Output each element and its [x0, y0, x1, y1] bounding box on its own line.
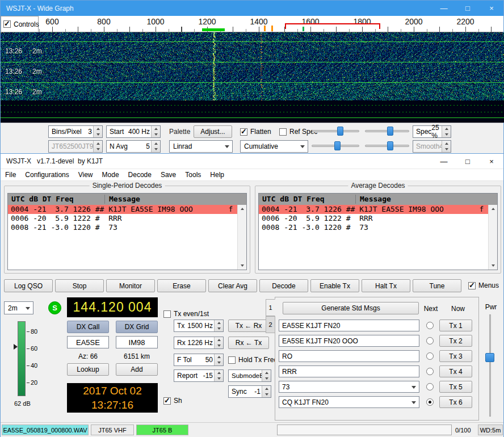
tx-msg-radio[interactable] — [426, 368, 434, 375]
menu-decode[interactable]: Decode — [124, 169, 156, 180]
slider-handle[interactable] — [337, 127, 343, 136]
accumulation-combobox[interactable]: Cumulative — [240, 140, 308, 153]
spinbox-arrows-icon[interactable] — [262, 386, 271, 397]
tx-msg-field-3[interactable]: RO — [279, 350, 419, 362]
tx-msg-radio[interactable] — [426, 322, 434, 329]
menu-configurations[interactable]: Configurations — [20, 169, 73, 180]
main-titlebar[interactable]: WSJT-X v1.7.1-devel by K1JT — □ × — [1, 154, 503, 169]
minimize-icon[interactable]: — — [432, 154, 456, 169]
tx-msg-radio[interactable] — [426, 383, 434, 390]
erase-button[interactable]: Erase — [157, 279, 206, 292]
spinbox-arrows-icon[interactable] — [151, 126, 160, 137]
slider-handle[interactable] — [485, 353, 494, 362]
menu-save[interactable]: Save — [156, 169, 180, 180]
scrollbar[interactable] — [488, 205, 497, 270]
decode-row[interactable]: 0008 -21 -3.0 1220 # 73 — [8, 223, 237, 232]
minimize-icon[interactable]: — — [432, 1, 456, 16]
maximize-icon[interactable]: □ — [456, 154, 480, 169]
add-button[interactable]: Add — [116, 363, 158, 376]
tx-4-button[interactable]: Tx 4 — [439, 365, 472, 377]
close-icon[interactable]: × — [480, 1, 503, 16]
tx-msg-combo-6[interactable]: CQ K1JT FN20 — [279, 396, 419, 408]
tx-msg-field-1[interactable]: EA5SE K1JT FN20 — [279, 320, 419, 331]
dx-call-field[interactable]: EA5SE — [67, 336, 109, 348]
decode-row[interactable]: 0006 -20 5.9 1222 # RRR — [259, 214, 488, 223]
spinbox-arrows-icon[interactable] — [93, 126, 102, 137]
tx-msg-field-4[interactable]: RRR — [279, 365, 419, 377]
enable-tx-button[interactable]: Enable Tx — [310, 279, 359, 292]
tx-freq-spinbox[interactable]: Tx 1500 Hz — [174, 320, 224, 332]
menu-mode[interactable]: Mode — [98, 169, 124, 180]
generate-std-msgs-button[interactable]: Generate Std Msgs — [283, 302, 419, 314]
spinbox-arrows-icon[interactable] — [214, 370, 223, 381]
waterfall-canvas[interactable] — [1, 32, 504, 123]
spinbox-arrows-icon[interactable] — [262, 370, 271, 381]
decode-row[interactable]: 0008 -21 -3.0 1220 # 73 — [259, 223, 488, 232]
waterfall-gain-slider[interactable] — [312, 125, 359, 137]
band-combobox[interactable]: 2m — [4, 301, 33, 314]
hold-tx-freq-checkbox[interactable]: Hold Tx Freq — [228, 356, 278, 364]
tx-msg-radio[interactable] — [426, 337, 434, 344]
tx-msg-combo-5[interactable]: 73 — [279, 381, 419, 393]
clear-avg-button[interactable]: Clear Avg — [208, 279, 257, 292]
spinbox-arrows-icon[interactable] — [214, 354, 223, 365]
spinbox-arrows-icon[interactable] — [151, 141, 160, 152]
pwr-slider[interactable] — [485, 314, 494, 417]
maximize-icon[interactable]: □ — [456, 1, 480, 16]
adjust-palette-button[interactable]: Adjust... — [194, 125, 232, 138]
tx-5-button[interactable]: Tx 5 — [439, 381, 472, 393]
frequency-ruler[interactable]: 600 800 1000 1200 1400 1600 1800 2000 22… — [1, 16, 503, 32]
log-qso-button[interactable]: Log QSO — [4, 279, 53, 292]
slider-handle[interactable] — [387, 141, 393, 150]
tx-1-button[interactable]: Tx 1 — [439, 320, 472, 331]
dx-grid-field[interactable]: IM98 — [116, 336, 158, 348]
palette-combobox[interactable]: Linrad — [169, 140, 233, 153]
n-avg-spinbox[interactable]: N Avg 5 — [106, 140, 161, 153]
report-spinbox[interactable]: Report -15 — [174, 369, 224, 382]
tx-3-button[interactable]: Tx 3 — [439, 350, 472, 362]
single-decodes-list[interactable]: 0004 -21 3.7 1226 ## K1JT EA5SE IM98 OOO… — [8, 205, 237, 270]
close-icon[interactable]: × — [480, 154, 503, 169]
controls-checkbox[interactable]: Controls — [3, 20, 39, 28]
tune-button[interactable]: Tune — [413, 279, 461, 292]
spinbox-arrows-icon[interactable] — [214, 337, 223, 348]
tx-6-button[interactable]: Tx 6 — [439, 396, 472, 408]
tx-msg-field-2[interactable]: EA5SE K1JT FN20 OOO — [279, 335, 419, 347]
decode-row[interactable]: 0004 -21 3.7 1226 ## K1JT EA5SE IM98 OOO… — [259, 205, 488, 214]
stop-button[interactable]: Stop — [55, 279, 104, 292]
lookup-button[interactable]: Lookup — [67, 363, 109, 376]
scroll-up-icon[interactable] — [238, 205, 246, 213]
decode-row[interactable]: 0004 -21 3.7 1226 ## K1JT EA5SE IM98 OOO… — [8, 205, 237, 214]
bins-pixel-spinbox[interactable]: Bins/Pixel 3 — [48, 125, 103, 138]
decode-button[interactable]: Decode — [259, 279, 308, 292]
tx-msg-radio[interactable] — [426, 352, 434, 360]
sync-spinbox[interactable]: Sync -1 — [228, 385, 271, 398]
f-tol-spinbox[interactable]: F Tol 50 — [174, 354, 224, 366]
spec-percent-spinbox[interactable]: Spec 25 % — [413, 125, 451, 138]
rx-from-tx-button[interactable]: Rx ← Tx — [228, 337, 269, 349]
scroll-up-icon[interactable] — [489, 205, 497, 213]
scroll-down-icon[interactable] — [489, 262, 497, 270]
monitor-button[interactable]: Monitor — [106, 279, 155, 292]
wide-graph-titlebar[interactable]: WSJT-X - Wide Graph — □ × — [1, 1, 503, 16]
rx-freq-spinbox[interactable]: Rx 1226 Hz — [174, 337, 224, 349]
flatten-checkbox[interactable]: Flatten — [240, 128, 271, 136]
menu-help[interactable]: Help — [205, 169, 229, 180]
tx-from-rx-button[interactable]: Tx ← Rx — [228, 320, 269, 332]
slider-handle[interactable] — [334, 141, 341, 150]
tx-even-checkbox[interactable]: Tx even/1st — [163, 310, 209, 318]
tab-1[interactable]: 1 — [266, 299, 275, 316]
waterfall-zero-slider[interactable] — [365, 125, 409, 137]
scrollbar[interactable] — [237, 205, 246, 270]
slider-handle[interactable] — [387, 127, 393, 136]
spectrum-zero-slider[interactable] — [365, 140, 409, 152]
decode-row[interactable]: 0006 -20 5.9 1222 # RRR — [8, 214, 237, 223]
submode-spinbox[interactable]: Submode B — [228, 369, 271, 382]
average-decodes-list[interactable]: 0004 -21 3.7 1226 ## K1JT EA5SE IM98 OOO… — [259, 205, 488, 270]
spectrum-gain-slider[interactable] — [312, 140, 359, 152]
spinbox-arrows-icon[interactable] — [214, 320, 223, 331]
tx-msg-radio[interactable] — [426, 398, 434, 406]
menu-file[interactable]: File — [1, 169, 20, 180]
menu-tools[interactable]: Tools — [180, 169, 205, 180]
halt-tx-button[interactable]: Halt Tx — [362, 279, 410, 292]
